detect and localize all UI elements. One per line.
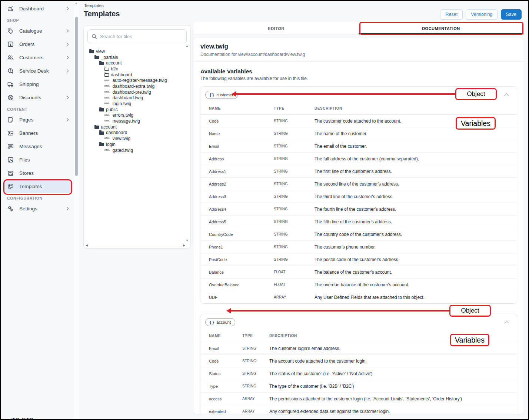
variable-row: Type STRING The type of the customer (i.… (200, 380, 517, 393)
tree-item-icon (104, 80, 111, 82)
tree-item[interactable]: view.twig (84, 136, 190, 141)
reset-button[interactable]: Reset (440, 9, 463, 20)
tree-item[interactable]: public (84, 107, 190, 113)
tree-item[interactable]: account (84, 124, 190, 130)
tree-item[interactable]: message.twig (84, 118, 190, 124)
variable-type: STRING (274, 241, 315, 253)
message-icon (7, 143, 14, 150)
tree-item[interactable]: view (84, 49, 190, 54)
sidebar-item-banners[interactable]: Banners (1, 126, 74, 140)
save-button[interactable]: Save (501, 9, 522, 20)
help-chat-icon (7, 67, 14, 74)
tree-item[interactable]: dashboard (84, 130, 190, 136)
box-icon (7, 41, 14, 48)
variable-row: Phone1 STRING The customer's phone numbe… (200, 241, 517, 253)
variable-row: Status STRING The status of the customer… (200, 367, 517, 380)
tree-scroll-up-icon[interactable]: ▲ (186, 45, 189, 48)
sidebar-item-label: Banners (19, 130, 69, 136)
tab-editor[interactable]: EDITOR (194, 22, 359, 34)
file-subtitle: Documentation for view/account/dashboard… (200, 52, 523, 57)
variable-row: UDF ARRAY Any User Defined Fields that a… (200, 291, 517, 304)
tree-item[interactable]: account (84, 60, 190, 66)
variable-description: The account code attached to the custome… (269, 355, 517, 367)
tree-scroll-left-icon[interactable]: ◀ (86, 244, 88, 247)
tree-item[interactable]: login (84, 141, 190, 147)
tab-documentation[interactable]: DOCUMENTATION (359, 22, 523, 34)
tree-item[interactable]: b2c (84, 66, 190, 72)
variable-row: Address3 STRING The third line of the cu… (200, 190, 517, 203)
variables-table-account: NAME TYPE DESCRIPTION Email STRING The c… (200, 330, 517, 414)
sidebar-item-shipping[interactable]: Shipping (1, 77, 74, 91)
variable-description: The postal code of the customer's addres… (315, 253, 517, 266)
variable-type: STRING (274, 140, 315, 153)
variable-description: The country code of the customer's addre… (315, 228, 517, 241)
search-input[interactable] (100, 34, 183, 39)
sidebar-item-label: Dashboard (19, 6, 60, 11)
tree-item[interactable]: login.twig (84, 101, 190, 107)
tree-item-icon (104, 149, 111, 151)
variable-row: Balance FLOAT The balance of the custome… (200, 266, 517, 279)
collapse-chevron-icon[interactable] (504, 93, 509, 98)
variable-type: STRING (274, 115, 315, 127)
tree-item[interactable]: dashboard (84, 72, 190, 78)
tree-item[interactable]: gated.twig (84, 147, 190, 153)
tree-scroll-down-icon[interactable]: ▼ (186, 239, 189, 242)
sidebar-item-label: Catalogue (19, 28, 60, 34)
sidebar-heading-content: CONTENT (1, 104, 74, 113)
variable-type: STRING (274, 153, 315, 165)
collapse-chevron-icon[interactable] (504, 321, 509, 326)
sidebar-scrollbar: ▲ (74, 1, 79, 419)
variable-name: Address (200, 153, 274, 165)
object-card-account: { } account NAME TYPE DESCRIPTION (200, 314, 517, 414)
sidebar-item-files[interactable]: Files (1, 153, 74, 166)
header-actions: Reset Versioning Save (440, 9, 522, 20)
tree-item[interactable]: errors.twig (84, 113, 190, 119)
sidebar-item-service-desk[interactable]: Service Desk (1, 64, 74, 77)
sidebar-item-settings[interactable]: Settings (1, 202, 74, 215)
variable-name: Status (200, 367, 242, 380)
tree-item[interactable]: dashboard-pre.twig (84, 89, 190, 95)
store-icon (7, 170, 14, 177)
versioning-button[interactable]: Versioning (466, 9, 498, 20)
tree-item-label: login.twig (113, 101, 132, 106)
chevron-right-icon (65, 29, 69, 33)
tree-item-icon (99, 143, 104, 146)
tree-item-label: dashboard (111, 72, 132, 77)
tree-item-label: _partials (101, 55, 118, 60)
templates-icon (7, 183, 14, 190)
variable-description: The permissions attached to the customer… (269, 393, 517, 405)
variable-description: The type of the customer (i.e. 'B2B' / '… (269, 380, 517, 393)
tree-item-label: errors.twig (113, 113, 134, 118)
tree-item[interactable]: auto-register-message.twig (84, 77, 190, 83)
sidebar-item-catalogue[interactable]: Catalogue (1, 24, 74, 37)
tree-item-label: public (106, 107, 118, 112)
variable-type: STRING (242, 355, 269, 367)
variable-row: OverdueBalance FLOAT The overdue balance… (200, 279, 517, 291)
chevron-right-icon (65, 7, 69, 10)
sidebar-item-stores[interactable]: Stores (1, 166, 74, 180)
sidebar-item-messages[interactable]: Messages (1, 140, 74, 153)
tree-item[interactable]: dashboard-extra.twig (84, 83, 190, 89)
sidebar-item-templates[interactable]: Templates (3, 180, 72, 193)
object-chip-customer: { } customer (205, 91, 238, 99)
variable-description: The fourth line of the customer's addres… (315, 203, 517, 216)
sidebar-item-dashboard[interactable]: Dashboard (1, 2, 74, 15)
scroll-up-icon[interactable]: ▲ (75, 2, 77, 4)
sidebar-item-pages[interactable]: Pages (1, 113, 74, 126)
sidebar-item-customers[interactable]: Customers (1, 51, 74, 64)
scrollbar-thumb[interactable] (75, 17, 78, 176)
variable-type: STRING (242, 380, 269, 393)
tree-item[interactable]: dashboard.twig (84, 95, 190, 101)
breadcrumb[interactable]: Templates (84, 3, 103, 8)
variable-name: CountryCode (200, 228, 274, 241)
variable-type: STRING (274, 165, 315, 178)
variable-name: UDF (200, 291, 274, 304)
tree-item-label: b2c (111, 66, 118, 71)
variable-name: OverdueBalance (200, 279, 274, 291)
sidebar-item-discounts[interactable]: Discounts (1, 91, 74, 104)
tree-item[interactable]: _partials (84, 54, 190, 60)
sidebar-item-orders[interactable]: Orders (1, 37, 74, 51)
variable-description: The third line of the customer's address… (315, 190, 517, 203)
tree-scroll-right-icon[interactable]: ▶ (183, 244, 185, 247)
dashboard-icon (7, 5, 14, 12)
